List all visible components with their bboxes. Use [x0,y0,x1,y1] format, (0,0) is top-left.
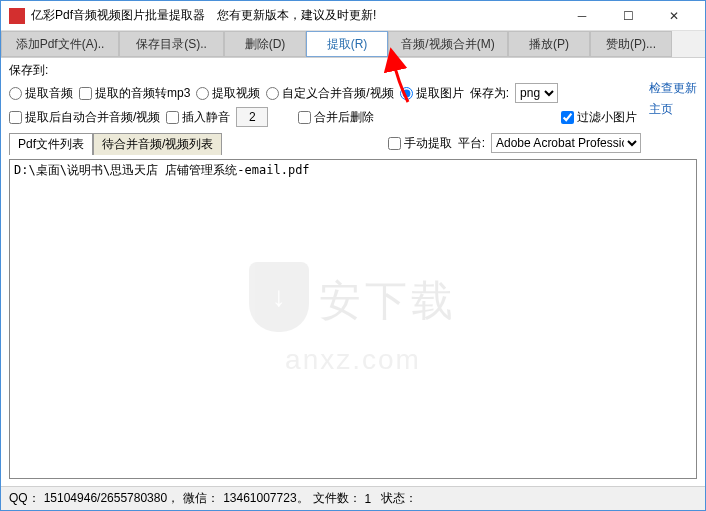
watermark-icon [249,262,309,332]
files-label: 文件数： [313,490,361,507]
add-pdf-button[interactable]: 添加Pdf文件(A).. [1,31,119,57]
insert-silence-checkbox[interactable]: 插入静音 [166,109,230,126]
options-panel: 保存到: 提取音频 提取的音频转mp3 提取视频 自定义合并音频/视频 提取图片… [1,58,705,481]
tab-pdf-list[interactable]: Pdf文件列表 [9,133,93,155]
state-label: 状态： [381,490,417,507]
check-update-link[interactable]: 检查更新 [649,80,697,97]
platform-label: 平台: [458,135,485,152]
delete-after-merge-checkbox[interactable]: 合并后删除 [298,109,374,126]
minimize-button[interactable]: ─ [559,2,605,30]
custom-merge-radio[interactable]: 自定义合并音频/视频 [266,85,393,102]
tabs: Pdf文件列表 待合并音频/视频列表 [9,133,222,155]
window-title: 亿彩Pdf音频视频图片批量提取器 [31,7,205,24]
extract-image-radio[interactable]: 提取图片 [400,85,464,102]
save-as-select[interactable]: png [515,83,558,103]
qq-value: 15104946/2655780380， [44,490,179,507]
filter-small-checkbox[interactable]: 过滤小图片 [561,109,637,126]
manual-extract-checkbox[interactable]: 手动提取 [388,135,452,152]
save-as-label: 保存为: [470,85,509,102]
wechat-value: 13461007723。 [223,490,308,507]
sponsor-button[interactable]: 赞助(P)... [590,31,672,57]
right-links: 检查更新 主页 [649,62,697,159]
app-icon [9,8,25,24]
save-to-label: 保存到: [9,62,48,79]
merge-button[interactable]: 音频/视频合并(M) [388,31,508,57]
titlebar: 亿彩Pdf音频视频图片批量提取器 您有更新版本，建议及时更新! ─ ☐ ✕ [1,1,705,31]
statusbar: QQ： 15104946/2655780380， 微信： 13461007723… [1,486,705,510]
files-count: 1 [365,492,372,506]
window-subtitle: 您有更新版本，建议及时更新! [217,7,376,24]
silence-seconds-spinner[interactable]: 2 [236,107,268,127]
platform-select[interactable]: Adobe Acrobat Profession [491,133,641,153]
delete-button[interactable]: 删除(D) [224,31,306,57]
close-button[interactable]: ✕ [651,2,697,30]
extract-audio-radio[interactable]: 提取音频 [9,85,73,102]
play-button[interactable]: 播放(P) [508,31,590,57]
window-controls: ─ ☐ ✕ [559,2,697,30]
qq-label: QQ： [9,490,40,507]
homepage-link[interactable]: 主页 [649,101,673,118]
tab-merge-list[interactable]: 待合并音频/视频列表 [93,133,222,155]
extract-video-radio[interactable]: 提取视频 [196,85,260,102]
auto-merge-checkbox[interactable]: 提取后自动合并音频/视频 [9,109,160,126]
list-item[interactable]: D:\桌面\说明书\思迅天店 店铺管理系统-email.pdf [14,162,692,179]
maximize-button[interactable]: ☐ [605,2,651,30]
extract-button[interactable]: 提取(R) [306,31,388,57]
watermark: 安下载 anxz.com [249,262,457,376]
save-dir-button[interactable]: 保存目录(S).. [119,31,224,57]
file-list[interactable]: D:\桌面\说明书\思迅天店 店铺管理系统-email.pdf 安下载 anxz… [9,159,697,479]
audio-to-mp3-checkbox[interactable]: 提取的音频转mp3 [79,85,190,102]
toolbar: 添加Pdf文件(A).. 保存目录(S).. 删除(D) 提取(R) 音频/视频… [1,31,705,58]
wechat-label: 微信： [183,490,219,507]
